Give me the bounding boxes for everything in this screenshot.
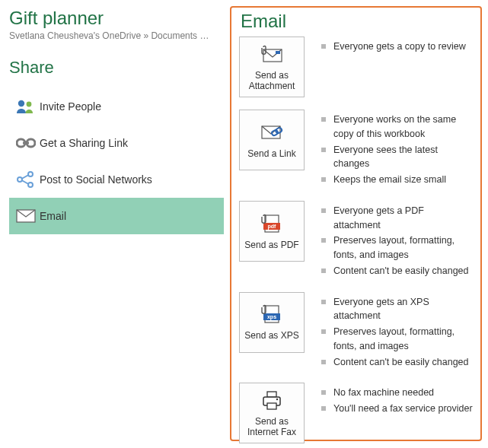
svg-rect-4 [23, 142, 29, 145]
svg-point-1 [27, 102, 32, 107]
email-options-container: Email Send as Attachment Every [230, 6, 482, 441]
email-option-pdf: pdf Send as PDF Everyone gets a PDF atta… [239, 201, 473, 280]
breadcrumb: Svetlana Cheusheva's OneDrive » Document… [9, 30, 228, 41]
bullet-item: Preserves layout, formatting, fonts, and… [321, 325, 473, 354]
send-as-pdf-button[interactable]: pdf Send as PDF [239, 201, 305, 262]
send-as-xps-button[interactable]: xps Send as XPS [239, 292, 305, 353]
svg-line-9 [22, 180, 29, 184]
bullet-item: You'll need a fax service provider [321, 402, 473, 416]
envelope-link-icon [259, 121, 285, 145]
email-option-link: Send a Link Everyone works on the same c… [239, 110, 473, 189]
share-item-label: Invite People [40, 100, 101, 113]
bullet-item: No fax machine needed [321, 386, 473, 400]
bullet-list: Everyone gets a copy to review [321, 40, 473, 56]
bullet-item: Everyone works on the same copy of this … [321, 113, 473, 141]
svg-point-25 [276, 399, 278, 400]
share-item-label: Email [40, 210, 66, 222]
bullet-item: Content can't be easily changed [321, 355, 473, 370]
send-as-attachment-button[interactable]: Send as Attachment [239, 37, 305, 97]
svg-text:xps: xps [267, 314, 276, 320]
svg-point-7 [28, 183, 33, 187]
bullet-item: Everyone gets an XPS attachment [321, 295, 473, 324]
share-item-label: Post to Social Networks [40, 173, 152, 186]
bullet-item: Everyone gets a copy to review [321, 40, 473, 54]
envelope-icon [12, 209, 40, 223]
share-social[interactable]: Post to Social Networks [9, 161, 224, 198]
button-label: Send as Attachment [241, 70, 302, 92]
send-as-fax-button[interactable]: Send as Internet Fax [239, 383, 305, 443]
share-get-link[interactable]: Get a Sharing Link [9, 125, 224, 161]
svg-rect-24 [267, 403, 276, 409]
social-icon [12, 171, 40, 188]
attachment-envelope-icon [259, 43, 285, 67]
email-option-attachment: Send as Attachment Everyone gets a copy … [239, 37, 473, 97]
app-root: Gift planner Svetlana Cheusheva's OneDri… [0, 0, 488, 448]
svg-point-6 [28, 172, 33, 176]
share-heading: Share [9, 58, 228, 78]
link-icon [12, 137, 40, 149]
svg-line-8 [22, 175, 29, 179]
bullet-list: Everyone gets a PDF attachment Preserves… [321, 204, 473, 280]
document-title: Gift planner [9, 8, 228, 29]
share-item-label: Get a Sharing Link [40, 137, 128, 149]
bullet-item: Everyone gets a PDF attachment [321, 204, 473, 233]
bullet-item: Preserves layout, formatting, fonts, and… [321, 234, 473, 262]
svg-point-5 [18, 177, 22, 182]
share-invite-people[interactable]: Invite People [9, 88, 224, 125]
email-option-fax: Send as Internet Fax No fax machine need… [239, 383, 473, 443]
left-panel: Gift planner Svetlana Cheusheva's OneDri… [0, 0, 228, 448]
svg-rect-12 [276, 51, 280, 54]
button-label: Send as PDF [244, 240, 298, 250]
bullet-item: Everyone sees the latest changes [321, 143, 473, 172]
svg-rect-22 [267, 392, 276, 397]
bullet-list: Everyone gets an XPS attachment Preserve… [321, 295, 473, 371]
bullet-list: Everyone works on the same copy of this … [321, 113, 473, 189]
svg-text:pdf: pdf [268, 224, 277, 230]
email-option-xps: xps Send as XPS Everyone gets an XPS att… [239, 292, 473, 371]
people-icon [12, 98, 40, 115]
svg-point-0 [18, 100, 24, 106]
bullet-list: No fax machine needed You'll need a fax … [321, 386, 473, 418]
right-panel: Email Send as Attachment Every [228, 0, 488, 448]
button-label: Send as Internet Fax [241, 416, 302, 438]
share-email[interactable]: Email [9, 198, 224, 234]
fax-icon [259, 389, 285, 413]
button-label: Send a Link [247, 148, 295, 159]
bullet-item: Keeps the email size small [321, 173, 473, 187]
button-label: Send as XPS [244, 330, 298, 341]
pdf-attachment-icon: pdf [259, 212, 285, 237]
email-heading: Email [241, 11, 473, 32]
bullet-item: Content can't be easily changed [321, 264, 473, 278]
send-a-link-button[interactable]: Send a Link [239, 110, 305, 170]
xps-attachment-icon: xps [259, 303, 285, 327]
